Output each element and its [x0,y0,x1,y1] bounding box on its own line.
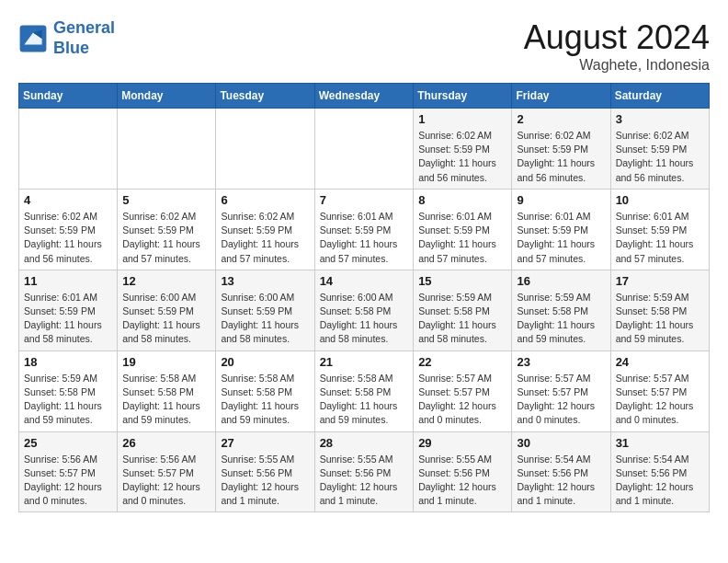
day-info: Sunrise: 5:55 AMSunset: 5:56 PMDaylight:… [418,453,506,509]
day-info: Sunrise: 6:02 AMSunset: 5:59 PMDaylight:… [122,210,210,266]
calendar-cell: 17Sunrise: 5:59 AMSunset: 5:58 PMDayligh… [610,270,709,350]
calendar-header: SundayMondayTuesdayWednesdayThursdayFrid… [19,84,710,109]
day-number: 11 [24,274,112,288]
day-number: 23 [517,355,605,369]
day-number: 7 [320,193,409,207]
day-info: Sunrise: 5:58 AMSunset: 5:58 PMDaylight:… [320,372,409,428]
calendar-cell [19,109,118,190]
day-info: Sunrise: 6:01 AMSunset: 5:59 PMDaylight:… [418,210,506,266]
day-info: Sunrise: 6:00 AMSunset: 5:58 PMDaylight:… [320,291,409,347]
title-block: August 2024 Waghete, Indonesia [524,18,710,74]
day-info: Sunrise: 5:57 AMSunset: 5:57 PMDaylight:… [517,372,605,428]
week-row-4: 18Sunrise: 5:59 AMSunset: 5:58 PMDayligh… [19,350,710,431]
day-info: Sunrise: 5:56 AMSunset: 5:57 PMDaylight:… [24,453,112,509]
day-number: 24 [616,355,704,369]
calendar-cell: 5Sunrise: 6:02 AMSunset: 5:59 PMDaylight… [118,189,216,270]
calendar-cell: 10Sunrise: 6:01 AMSunset: 5:59 PMDayligh… [610,189,709,270]
day-info: Sunrise: 6:02 AMSunset: 5:59 PMDaylight:… [221,210,309,266]
page-header: General Blue August 2024 Waghete, Indone… [18,18,710,74]
calendar-cell: 24Sunrise: 5:57 AMSunset: 5:57 PMDayligh… [610,350,709,431]
calendar-cell: 13Sunrise: 6:00 AMSunset: 5:59 PMDayligh… [216,270,314,350]
calendar-cell: 6Sunrise: 6:02 AMSunset: 5:59 PMDaylight… [216,189,314,270]
day-number: 22 [418,355,506,369]
day-number: 30 [517,436,605,450]
logo-line2: Blue [53,39,89,57]
calendar-cell: 1Sunrise: 6:02 AMSunset: 5:59 PMDaylight… [414,109,512,190]
day-info: Sunrise: 5:55 AMSunset: 5:56 PMDaylight:… [221,453,309,509]
calendar-cell: 7Sunrise: 6:01 AMSunset: 5:59 PMDaylight… [314,189,414,270]
day-number: 8 [418,193,506,207]
logo-text: General Blue [53,18,115,58]
day-info: Sunrise: 5:55 AMSunset: 5:56 PMDaylight:… [320,453,409,509]
day-info: Sunrise: 6:01 AMSunset: 5:59 PMDaylight:… [616,210,704,266]
day-number: 26 [122,436,210,450]
location: Waghete, Indonesia [524,57,710,74]
calendar: SundayMondayTuesdayWednesdayThursdayFrid… [18,83,710,512]
day-number: 25 [24,436,112,450]
day-number: 27 [221,436,309,450]
day-info: Sunrise: 5:56 AMSunset: 5:57 PMDaylight:… [122,453,210,509]
day-number: 20 [221,355,309,369]
calendar-cell [118,109,216,190]
day-number: 10 [616,193,704,207]
day-info: Sunrise: 6:00 AMSunset: 5:59 PMDaylight:… [221,291,309,347]
day-number: 5 [122,193,210,207]
day-number: 6 [221,193,309,207]
calendar-cell: 22Sunrise: 5:57 AMSunset: 5:57 PMDayligh… [414,350,512,431]
day-info: Sunrise: 5:59 AMSunset: 5:58 PMDaylight:… [24,372,112,428]
calendar-cell: 20Sunrise: 5:58 AMSunset: 5:58 PMDayligh… [216,350,314,431]
logo: General Blue [18,18,115,58]
day-of-week-friday: Friday [512,84,610,109]
day-info: Sunrise: 5:58 AMSunset: 5:58 PMDaylight:… [221,372,309,428]
day-info: Sunrise: 5:54 AMSunset: 5:56 PMDaylight:… [616,453,704,509]
calendar-cell: 11Sunrise: 6:01 AMSunset: 5:59 PMDayligh… [19,270,118,350]
calendar-cell: 30Sunrise: 5:54 AMSunset: 5:56 PMDayligh… [512,431,610,512]
day-number: 15 [418,274,506,288]
day-number: 13 [221,274,309,288]
calendar-cell: 25Sunrise: 5:56 AMSunset: 5:57 PMDayligh… [19,431,118,512]
calendar-cell: 14Sunrise: 6:00 AMSunset: 5:58 PMDayligh… [314,270,414,350]
day-number: 18 [24,355,112,369]
week-row-1: 1Sunrise: 6:02 AMSunset: 5:59 PMDaylight… [19,109,710,190]
calendar-cell: 3Sunrise: 6:02 AMSunset: 5:59 PMDaylight… [610,109,709,190]
day-number: 3 [616,112,704,126]
day-info: Sunrise: 5:59 AMSunset: 5:58 PMDaylight:… [517,291,605,347]
calendar-cell: 23Sunrise: 5:57 AMSunset: 5:57 PMDayligh… [512,350,610,431]
day-number: 21 [320,355,409,369]
calendar-cell: 4Sunrise: 6:02 AMSunset: 5:59 PMDaylight… [19,189,118,270]
week-row-3: 11Sunrise: 6:01 AMSunset: 5:59 PMDayligh… [19,270,710,350]
day-info: Sunrise: 6:02 AMSunset: 5:59 PMDaylight:… [517,129,605,185]
calendar-cell: 18Sunrise: 5:59 AMSunset: 5:58 PMDayligh… [19,350,118,431]
calendar-cell: 29Sunrise: 5:55 AMSunset: 5:56 PMDayligh… [414,431,512,512]
day-info: Sunrise: 6:02 AMSunset: 5:59 PMDaylight:… [616,129,704,185]
week-row-5: 25Sunrise: 5:56 AMSunset: 5:57 PMDayligh… [19,431,710,512]
day-number: 2 [517,112,605,126]
day-of-week-sunday: Sunday [19,84,118,109]
day-number: 4 [24,193,112,207]
days-of-week-row: SundayMondayTuesdayWednesdayThursdayFrid… [19,84,710,109]
calendar-cell: 9Sunrise: 6:01 AMSunset: 5:59 PMDaylight… [512,189,610,270]
calendar-cell [216,109,314,190]
day-number: 9 [517,193,605,207]
day-of-week-saturday: Saturday [610,84,709,109]
day-info: Sunrise: 6:01 AMSunset: 5:59 PMDaylight:… [517,210,605,266]
day-number: 17 [616,274,704,288]
day-of-week-tuesday: Tuesday [216,84,314,109]
calendar-cell: 28Sunrise: 5:55 AMSunset: 5:56 PMDayligh… [314,431,414,512]
calendar-body: 1Sunrise: 6:02 AMSunset: 5:59 PMDaylight… [19,109,710,512]
logo-icon [18,24,48,53]
calendar-cell: 21Sunrise: 5:58 AMSunset: 5:58 PMDayligh… [314,350,414,431]
logo-line1: General [53,18,115,37]
month-title: August 2024 [524,18,710,57]
day-number: 31 [616,436,704,450]
day-info: Sunrise: 6:02 AMSunset: 5:59 PMDaylight:… [24,210,112,266]
day-info: Sunrise: 6:02 AMSunset: 5:59 PMDaylight:… [418,129,506,185]
day-number: 12 [122,274,210,288]
day-of-week-monday: Monday [118,84,216,109]
calendar-cell [314,109,414,190]
day-info: Sunrise: 6:01 AMSunset: 5:59 PMDaylight:… [24,291,112,347]
day-info: Sunrise: 5:54 AMSunset: 5:56 PMDaylight:… [517,453,605,509]
day-of-week-wednesday: Wednesday [314,84,414,109]
calendar-cell: 2Sunrise: 6:02 AMSunset: 5:59 PMDaylight… [512,109,610,190]
day-number: 16 [517,274,605,288]
